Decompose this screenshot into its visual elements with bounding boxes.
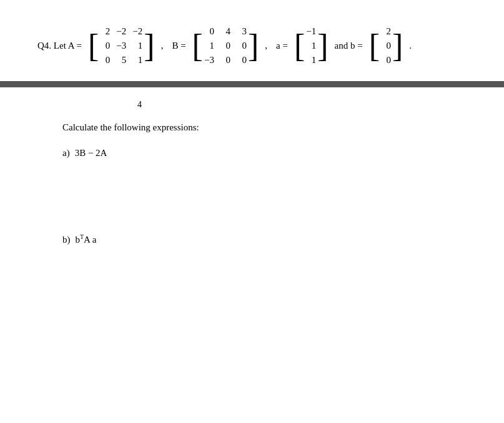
bracket-left-A: [ xyxy=(88,30,99,62)
part-b: b) bTA a xyxy=(62,233,467,245)
matrix-A-cells: 2−2−2 0−31 051 xyxy=(100,25,142,67)
matrix-a-cells: −1 1 1 xyxy=(306,25,316,67)
bracket-left-b: [ xyxy=(369,30,380,62)
b-suffix: A a xyxy=(84,235,96,245)
bottom-section: 4 Calculate the following expressions: a… xyxy=(0,87,504,289)
matrix-b-cells: 2 0 0 xyxy=(381,25,391,67)
matrix-B-cells: 043 100 −300 xyxy=(204,25,247,67)
B-label: B = xyxy=(172,41,185,51)
part-b-letter: b) xyxy=(62,235,71,245)
bracket-left-B: [ xyxy=(192,30,203,62)
instruction-text: Calculate the following expressions: xyxy=(62,122,467,133)
top-section: Q4. Let A = [ 2−2−2 0−31 051 ] , B = [ 0… xyxy=(0,0,504,81)
part-a-letter: a) xyxy=(62,148,70,158)
and-b-text: and b = xyxy=(335,41,363,51)
matrix-b: [ 2 0 0 ] xyxy=(369,25,403,67)
bracket-right-b: ] xyxy=(392,30,403,62)
bracket-right-B: ] xyxy=(248,30,259,62)
bracket-right-a: ] xyxy=(317,30,328,62)
part-b-expr: bTA a xyxy=(76,233,97,245)
comma-2: , xyxy=(265,41,267,51)
matrix-a: [ −1 1 1 ] xyxy=(294,25,329,67)
period: . xyxy=(409,41,412,51)
question-line: Q4. Let A = [ 2−2−2 0−31 051 ] , B = [ 0… xyxy=(37,25,467,67)
matrix-A: [ 2−2−2 0−31 051 ] xyxy=(88,25,155,67)
page-number: 4 xyxy=(62,100,467,110)
section-divider xyxy=(0,81,504,87)
b-prefix: b xyxy=(76,235,81,245)
part-b-label: b) bTA a xyxy=(62,233,467,245)
question-label: Q4. Let A = xyxy=(37,41,82,51)
part-a-expr: 3B − 2A xyxy=(75,148,107,158)
part-a: a) 3B − 2A xyxy=(62,148,467,158)
matrix-B: [ 043 100 −300 ] xyxy=(192,25,259,67)
part-a-label: a) 3B − 2A xyxy=(62,148,467,158)
a-label: a = xyxy=(276,41,288,51)
bracket-left-a: [ xyxy=(294,30,305,62)
comma-1: , xyxy=(161,41,164,51)
bracket-right-A: ] xyxy=(144,30,154,62)
